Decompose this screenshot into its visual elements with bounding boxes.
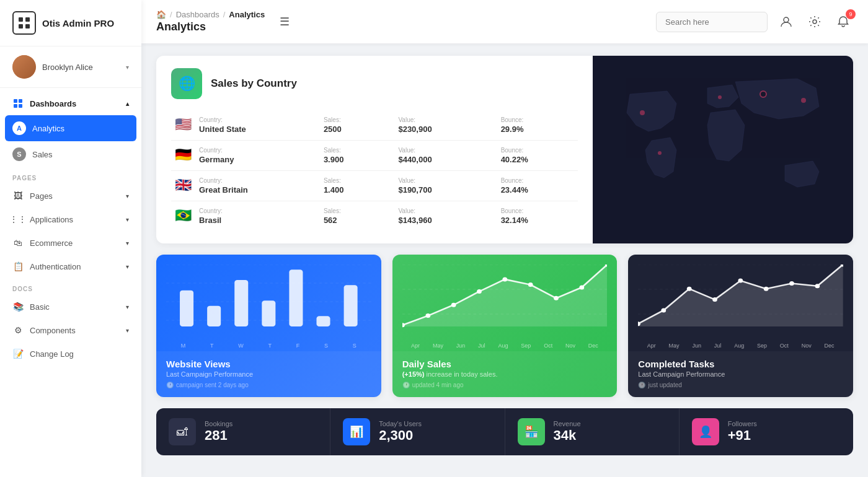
sidebar-item-basic[interactable]: 📚 Basic ▾ xyxy=(0,295,141,318)
components-caret-icon: ▾ xyxy=(126,327,129,334)
stat-icon: 🛋 xyxy=(169,418,196,445)
sidebar-item-pages[interactable]: 🖼 Pages ▾ xyxy=(0,184,141,208)
stat-item: 🏪 Revenue 34k xyxy=(505,408,680,455)
dashboards-label: Dashboards xyxy=(30,99,76,108)
completed-tasks-meta: 🕐 just updated xyxy=(638,382,843,388)
user-profile[interactable]: Brooklyn Alice ▾ xyxy=(0,46,141,88)
changelog-icon: 📝 xyxy=(12,348,24,359)
changelog-label: Change Log xyxy=(30,349,74,359)
notification-badge: 9 xyxy=(846,9,856,19)
stats-row: 🛋 Bookings 281 📊 Today's Users 2,300 🏪 R… xyxy=(156,408,853,455)
svg-point-43 xyxy=(687,287,692,291)
completed-tasks-title: Completed Tasks xyxy=(638,359,843,369)
country-row: 🇬🇧 Country: Great Britain Sales: 1.400 V… xyxy=(171,171,578,201)
stat-text: Bookings 281 xyxy=(205,420,232,444)
daily-sales-meta: 🕐 updated 4 min ago xyxy=(402,382,608,388)
dashboards-icon xyxy=(12,98,24,109)
sidebar-item-authentication[interactable]: 📋 Authentication ▾ xyxy=(0,255,141,278)
svg-point-44 xyxy=(712,297,717,302)
pages-section-label: PAGES xyxy=(0,167,141,184)
bar-chart-area: MTWTFSS xyxy=(166,265,371,351)
svg-point-12 xyxy=(718,95,722,99)
search-input[interactable] xyxy=(656,12,768,32)
svg-point-45 xyxy=(738,279,743,283)
sidebar-item-applications[interactable]: ⋮⋮ Applications ▾ xyxy=(0,208,141,231)
svg-rect-6 xyxy=(14,104,17,108)
svg-point-32 xyxy=(477,289,482,294)
sales-table-section: 🌐 Sales by Country 🇺🇸 Country: United St… xyxy=(156,56,593,243)
menu-icon[interactable]: ☰ xyxy=(280,15,290,28)
analytics-label: Analytics xyxy=(32,124,64,133)
sidebar-item-changelog[interactable]: 📝 Change Log xyxy=(0,342,141,365)
applications-caret-icon: ▾ xyxy=(126,216,129,223)
stat-icon: 📊 xyxy=(343,418,370,445)
svg-rect-0 xyxy=(19,17,23,22)
sidebar-item-ecommerce[interactable]: 🛍 Ecommerce ▾ xyxy=(0,231,141,255)
components-icon: ⚙ xyxy=(12,325,24,336)
stat-item: 📊 Today's Users 2,300 xyxy=(330,408,505,455)
dashboards-crumb[interactable]: Dashboards xyxy=(176,10,219,19)
daily-sales-card: AprMayJunJulAugSepOctNovDec Daily Sales … xyxy=(392,255,618,397)
sales-by-country-card: 🌐 Sales by Country 🇺🇸 Country: United St… xyxy=(156,56,853,243)
user-name: Brooklyn Alice xyxy=(42,63,93,72)
daily-sales-subtitle: (+15%) increase in today sales. xyxy=(402,370,608,378)
website-views-footer: Website Views Last Campaign Performance … xyxy=(156,351,381,397)
bar-x-labels: MTWTFSS xyxy=(166,343,371,349)
country-row: 🇧🇷 Country: Brasil Sales: 562 Value: $14… xyxy=(171,201,578,232)
svg-point-36 xyxy=(579,285,584,289)
sidebar-item-dashboards[interactable]: Dashboards ▴ xyxy=(0,92,141,115)
settings-icon[interactable] xyxy=(805,12,825,32)
svg-rect-4 xyxy=(14,99,17,103)
authentication-icon: 📋 xyxy=(12,261,24,272)
completed-tasks-card: AprMayJunJulAugSepOctNovDec Completed Ta… xyxy=(628,255,853,397)
basic-caret-icon: ▾ xyxy=(126,304,129,310)
authentication-label: Authentication xyxy=(30,262,81,271)
line-dark-x-labels: AprMayJunJulAugSepOctNovDec xyxy=(638,343,843,349)
content-area: 🌐 Sales by Country 🇺🇸 Country: United St… xyxy=(141,43,868,477)
stat-text: Followers +91 xyxy=(728,420,757,444)
avatar xyxy=(12,55,36,79)
sidebar: Otis Admin PRO Brooklyn Alice ▾ Dashboar… xyxy=(0,0,141,477)
svg-rect-21 xyxy=(234,280,248,326)
sidebar-item-sales[interactable]: S Sales xyxy=(0,141,141,167)
svg-rect-5 xyxy=(19,99,22,103)
sales-header: 🌐 Sales by Country xyxy=(171,68,578,99)
svg-point-31 xyxy=(451,303,456,307)
country-row: 🇩🇪 Country: Germany Sales: 3.900 Value: … xyxy=(171,141,578,171)
sales-letter: S xyxy=(12,147,26,161)
user-icon[interactable] xyxy=(776,12,796,32)
svg-rect-19 xyxy=(180,291,193,326)
globe-icon: 🌐 xyxy=(171,68,202,99)
svg-rect-3 xyxy=(25,24,30,28)
topbar-right: 9 xyxy=(656,12,853,32)
main-area: 🏠 / Dashboards / Analytics Analytics ☰ 9 xyxy=(141,0,868,477)
svg-point-8 xyxy=(784,17,789,22)
svg-point-9 xyxy=(813,20,817,24)
ecommerce-label: Ecommerce xyxy=(30,239,73,248)
docs-section-label: DOCS xyxy=(0,278,141,295)
daily-sales-footer: Daily Sales (+15%) increase in today sal… xyxy=(392,351,618,397)
ecommerce-caret-icon: ▾ xyxy=(126,240,129,247)
ecommerce-icon: 🛍 xyxy=(12,237,24,248)
logo-icon xyxy=(12,11,36,35)
sidebar-item-components[interactable]: ⚙ Components ▾ xyxy=(0,318,141,342)
dashboards-caret-icon: ▴ xyxy=(126,100,129,107)
stat-icon: 👤 xyxy=(692,418,719,445)
charts-row: MTWTFSS Website Views Last Campaign Perf… xyxy=(156,255,853,397)
svg-point-33 xyxy=(502,277,507,281)
stat-text: Today's Users 2,300 xyxy=(379,420,422,444)
svg-point-48 xyxy=(815,284,820,288)
daily-sales-chart: AprMayJunJulAugSepOctNovDec xyxy=(392,255,618,351)
notification-icon[interactable]: 9 xyxy=(833,12,853,32)
page-title: Analytics xyxy=(156,20,265,33)
country-table: 🇺🇸 Country: United State Sales: 2500 Val… xyxy=(171,110,578,231)
svg-point-42 xyxy=(662,308,666,312)
svg-point-10 xyxy=(640,110,645,115)
stat-icon: 🏪 xyxy=(518,418,545,445)
sidebar-item-analytics[interactable]: A Analytics xyxy=(5,115,136,141)
applications-icon: ⋮⋮ xyxy=(12,214,24,225)
pages-icon: 🖼 xyxy=(12,190,24,201)
website-views-chart: MTWTFSS xyxy=(156,255,381,351)
analytics-crumb: Analytics xyxy=(229,10,265,19)
svg-rect-1 xyxy=(25,17,30,22)
